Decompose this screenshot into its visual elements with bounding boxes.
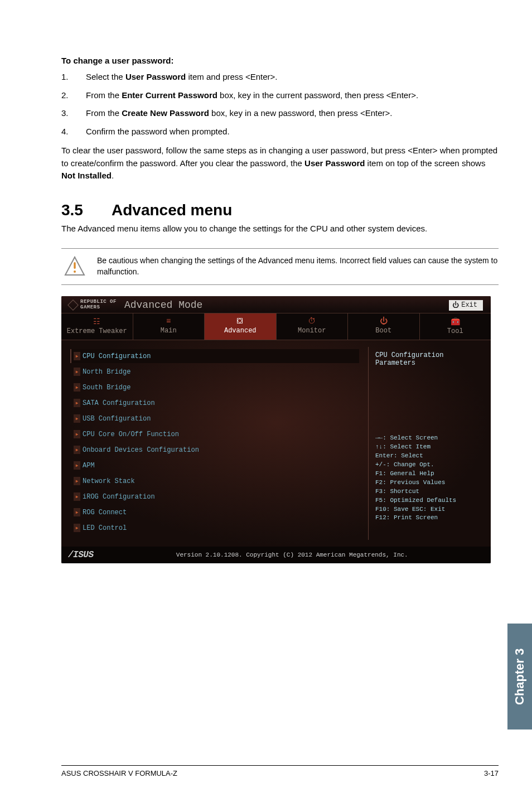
step-2: 2. From the Enter Current Password box, … <box>61 89 499 102</box>
menu-label: Network Stack <box>83 477 135 485</box>
tab-label: Advanced <box>224 327 257 335</box>
step-text: Confirm the password when prompted. <box>86 127 230 136</box>
bios-brand: REPUBLIC OFGAMERS <box>69 299 117 311</box>
page-footer: ASUS CROSSHAIR V FORMULA-Z 3-17 <box>61 765 499 777</box>
menu-led-control[interactable]: ▸LED Control <box>70 521 359 535</box>
bios-copyright: Version 2.10.1208. Copyright (C) 2012 Am… <box>100 552 484 558</box>
para-text: . <box>112 171 114 180</box>
caution-note: Be cautious when changing the settings o… <box>61 248 499 285</box>
menu-cpu-configuration[interactable]: ▸CPU Configuration <box>70 349 359 363</box>
advanced-icon: ⛋ <box>207 317 274 326</box>
help-line: ↑↓: Select Item <box>375 443 484 452</box>
menu-south-bridge[interactable]: ▸South Bridge <box>70 380 359 394</box>
menu-usb-configuration[interactable]: ▸USB Configuration <box>70 412 359 426</box>
brand-diamond-icon <box>67 299 79 311</box>
tool-icon: 🧰 <box>422 317 489 326</box>
footer-page-number: 3-17 <box>484 769 499 777</box>
step-bold: Create New Password <box>122 108 209 118</box>
bios-footer: /ISUS Version 2.10.1208. Copyright (C) 2… <box>61 547 491 563</box>
tab-tool[interactable]: 🧰Tool <box>420 313 491 340</box>
help-line: F5: Optimized Defaults <box>375 496 484 505</box>
arrow-icon: ▸ <box>74 368 80 376</box>
step-text: Select the <box>86 72 125 81</box>
menu-label: CPU Configuration <box>83 352 151 360</box>
step-bold: Enter Current Password <box>122 90 217 100</box>
help-line: F10: Save ESC: Exit <box>375 505 484 514</box>
step-4: 4. Confirm the password when prompted. <box>61 125 499 138</box>
tab-main[interactable]: ≡Main <box>133 313 205 340</box>
menu-label: North Bridge <box>83 368 130 376</box>
menu-irog-configuration[interactable]: ▸iROG Configuration <box>70 490 359 504</box>
para-bold: User Password <box>304 158 365 168</box>
section-name: Advanced menu <box>112 201 232 219</box>
section-title: 3.5Advanced menu <box>61 201 499 219</box>
menu-label: South Bridge <box>83 384 130 392</box>
help-title: CPU Configuration Parameters <box>375 351 484 367</box>
step-num: 1. <box>61 71 86 84</box>
help-line: Enter: Select <box>375 452 484 461</box>
arrow-icon: ▸ <box>74 446 80 454</box>
menu-rog-connect[interactable]: ▸ROG Connect <box>70 505 359 519</box>
tab-label: Monitor <box>298 327 326 335</box>
arrow-icon: ▸ <box>74 492 80 501</box>
caution-text: Be cautious when changing the settings o… <box>97 253 499 277</box>
menu-label: SATA Configuration <box>83 399 155 407</box>
tweaker-icon: ☷ <box>64 317 130 326</box>
tab-boot[interactable]: ⏻Boot <box>348 313 420 340</box>
menu-cpu-core-onoff[interactable]: ▸CPU Core On/Off Function <box>70 427 359 441</box>
exit-label: Exit <box>461 301 477 309</box>
menu-label: ROG Connect <box>83 509 127 516</box>
arrow-icon: ▸ <box>74 524 80 532</box>
menu-sata-configuration[interactable]: ▸SATA Configuration <box>70 396 359 410</box>
caution-icon <box>64 255 86 278</box>
bios-help-panel: CPU Configuration Parameters →←: Select … <box>368 347 491 540</box>
menu-label: Onboard Devices Configuration <box>83 446 199 454</box>
power-icon: ⏻ <box>350 317 417 326</box>
help-line: F1: General Help <box>375 470 484 479</box>
menu-onboard-devices[interactable]: ▸Onboard Devices Configuration <box>70 443 359 457</box>
exit-button[interactable]: ⏻ Exit <box>449 300 483 311</box>
arrow-icon: ▸ <box>74 477 80 485</box>
menu-network-stack[interactable]: ▸Network Stack <box>70 474 359 488</box>
brand-line2: GAMERS <box>80 305 100 310</box>
asus-logo: /ISUS <box>68 550 94 560</box>
menu-apm[interactable]: ▸APM <box>70 458 359 472</box>
tab-extreme-tweaker[interactable]: ☷Extreme Tweaker <box>61 313 133 340</box>
step-num: 3. <box>61 107 86 120</box>
monitor-icon: ⏱ <box>279 317 346 326</box>
step-text: box, key in the current password, then p… <box>217 90 418 100</box>
menu-label: APM <box>83 462 95 470</box>
arrow-icon: ▸ <box>74 399 80 407</box>
step-text: From the <box>86 90 122 100</box>
svg-rect-0 <box>74 262 75 269</box>
arrow-icon: ▸ <box>74 508 80 516</box>
step-text: box, key in a new password, then press <… <box>209 108 393 118</box>
para-text: item on top of the screen shows <box>365 158 485 168</box>
help-line: +/-: Change Opt. <box>375 461 484 470</box>
tab-monitor[interactable]: ⏱Monitor <box>277 313 349 340</box>
tab-label: Extreme Tweaker <box>67 327 127 335</box>
help-line: F12: Print Screen <box>375 514 484 523</box>
svg-point-1 <box>74 270 76 273</box>
menu-north-bridge[interactable]: ▸North Bridge <box>70 365 359 379</box>
arrow-icon: ▸ <box>74 383 80 392</box>
step-3: 3. From the Create New Password box, key… <box>61 107 499 120</box>
menu-label: iROG Configuration <box>83 493 155 501</box>
help-line: F2: Previous Values <box>375 479 484 487</box>
step-num: 4. <box>61 125 86 138</box>
arrow-icon: ▸ <box>74 430 80 438</box>
exit-icon: ⏻ <box>452 301 459 310</box>
section-description: The Advanced menu items allow you to cha… <box>61 223 499 235</box>
step-bold: User Password <box>125 72 186 81</box>
step-text: From the <box>86 108 122 118</box>
step-num: 2. <box>61 89 86 102</box>
tab-advanced[interactable]: ⛋Advanced <box>205 313 277 340</box>
bios-screenshot: REPUBLIC OFGAMERS Advanced Mode ⏻ Exit ☷… <box>61 296 491 563</box>
help-line: →←: Select Screen <box>375 434 484 443</box>
help-line: F3: Shortcut <box>375 487 484 496</box>
steps-list: 1. Select the User Password item and pre… <box>61 71 499 138</box>
tab-label: Boot <box>375 327 391 335</box>
arrow-icon: ▸ <box>74 352 80 360</box>
arrow-icon: ▸ <box>74 414 80 423</box>
clear-password-paragraph: To clear the user password, follow the s… <box>61 144 499 182</box>
